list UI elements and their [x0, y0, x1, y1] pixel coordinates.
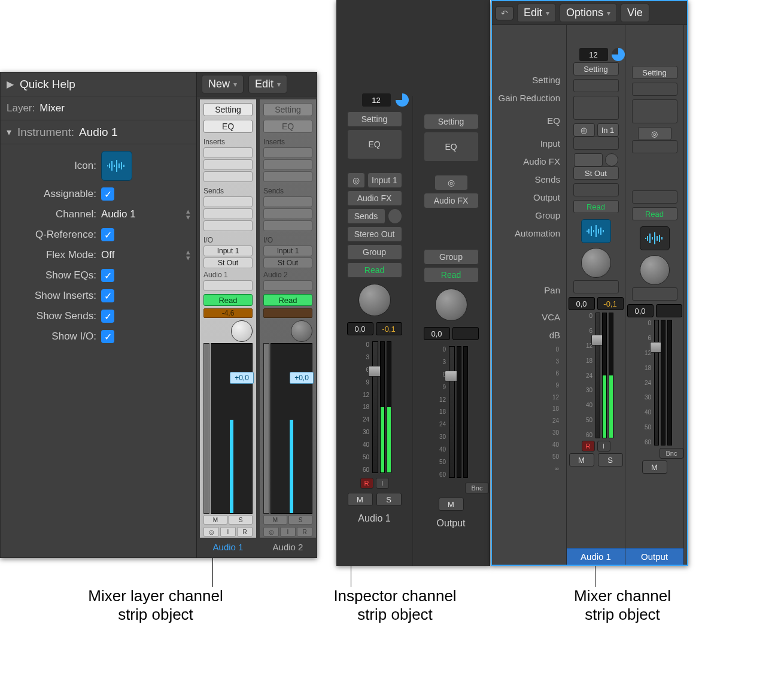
- setting-button[interactable]: Setting: [347, 111, 402, 127]
- setting-button[interactable]: Setting: [263, 103, 312, 116]
- automation-mode[interactable]: Read: [632, 207, 677, 220]
- mute-button[interactable]: M: [439, 498, 464, 511]
- qref-checkbox[interactable]: ✓: [101, 228, 114, 241]
- volume-fader[interactable]: [372, 341, 378, 473]
- db-value[interactable]: 0,0: [347, 322, 373, 335]
- send-slot[interactable]: [203, 196, 253, 207]
- send-slot[interactable]: [574, 153, 603, 166]
- setting-button[interactable]: Setting: [424, 114, 479, 129]
- flex-select[interactable]: Off ▴▾: [101, 249, 190, 261]
- instrument-header[interactable]: ▾ Instrument: Audio 1: [1, 120, 196, 144]
- send-slot[interactable]: [263, 220, 312, 231]
- mute-button[interactable]: M: [569, 453, 594, 466]
- inspector-strip-output[interactable]: Setting EQ ◎ Audio FX Group Read 0,0 036…: [413, 96, 490, 566]
- db-value[interactable]: 0,0: [424, 327, 450, 340]
- send-slot[interactable]: [263, 208, 312, 219]
- sends-button[interactable]: Sends: [347, 208, 385, 224]
- solo-button[interactable]: S: [598, 453, 623, 466]
- channel-select[interactable]: Audio 1 ▴▾: [101, 208, 190, 220]
- audiofx-slot[interactable]: [632, 140, 677, 153]
- output-select[interactable]: Stereo Out: [347, 226, 402, 242]
- mute-button[interactable]: M: [203, 515, 227, 525]
- input-monitor-button[interactable]: I: [280, 527, 296, 537]
- automation-mode[interactable]: Read: [347, 262, 402, 278]
- volume-fader[interactable]: [595, 313, 600, 438]
- mute-button[interactable]: M: [348, 493, 373, 506]
- send-slot[interactable]: [203, 220, 253, 231]
- track-icon[interactable]: [581, 219, 611, 243]
- send-slot[interactable]: [203, 208, 253, 219]
- automation-read[interactable]: Read: [263, 294, 312, 306]
- insert-slot[interactable]: [203, 171, 253, 182]
- audiofx-button[interactable]: Audio FX: [347, 190, 402, 206]
- bounce-button[interactable]: Bnc: [465, 483, 489, 493]
- setting-button[interactable]: Setting: [573, 62, 619, 75]
- group-slot[interactable]: [632, 190, 677, 204]
- insert-slot[interactable]: [263, 159, 312, 170]
- midi-channel-display[interactable]: 12: [579, 48, 608, 61]
- automation-mode[interactable]: Read: [573, 200, 619, 213]
- input-format-button[interactable]: ◎: [434, 175, 468, 190]
- pan-knob[interactable]: [581, 248, 611, 278]
- channel-strip-audio2[interactable]: Setting EQ Inserts Sends I/O Input 1: [259, 99, 317, 557]
- send-slot[interactable]: [263, 196, 312, 207]
- options-menu[interactable]: Options ▾: [560, 4, 617, 22]
- db-value[interactable]: 0,0: [627, 304, 654, 317]
- mixer-strip-audio1[interactable]: 12 Setting ◎ In 1 St Out Read: [567, 25, 625, 565]
- input-monitor-button[interactable]: I: [597, 441, 610, 451]
- strip-name[interactable]: Audio 1: [358, 513, 390, 524]
- stereo-format-button[interactable]: ◎: [203, 527, 219, 537]
- edit-menu[interactable]: Edit ▾: [248, 75, 287, 93]
- eq-button[interactable]: EQ: [347, 129, 402, 159]
- insert-slot[interactable]: [203, 147, 253, 158]
- stereo-format-button[interactable]: ◎: [263, 527, 279, 537]
- input-monitor-button[interactable]: I: [376, 478, 389, 489]
- new-menu[interactable]: New ▾: [202, 75, 244, 93]
- record-enable-button[interactable]: R: [297, 527, 312, 537]
- record-enable-button[interactable]: R: [582, 441, 595, 451]
- output-slot[interactable]: St Out: [263, 257, 312, 268]
- insert-slot[interactable]: [263, 171, 312, 182]
- volume-fader[interactable]: [654, 320, 659, 445]
- show-sends-checkbox[interactable]: ✓: [101, 310, 114, 323]
- automation-read[interactable]: Read: [203, 294, 253, 306]
- audiofx-slot[interactable]: [573, 137, 619, 150]
- volume-fader[interactable]: [263, 343, 269, 514]
- input-format-button[interactable]: ◎: [347, 172, 365, 188]
- mute-button[interactable]: M: [263, 515, 287, 525]
- record-enable-button[interactable]: R: [237, 527, 253, 537]
- vca-slot[interactable]: [632, 287, 677, 301]
- strip-name-tab[interactable]: Audio 1: [567, 548, 625, 565]
- send-knob[interactable]: [605, 153, 618, 166]
- input-slot[interactable]: Input 1: [203, 246, 253, 256]
- output-slot[interactable]: St Out: [203, 257, 253, 268]
- group-slot[interactable]: [573, 183, 619, 196]
- solo-button[interactable]: S: [229, 515, 253, 525]
- group-slot[interactable]: [263, 280, 312, 291]
- output-select[interactable]: St Out: [573, 166, 619, 180]
- inspector-strip-audio1[interactable]: 12 Setting EQ ◎ Input 1 Audio FX Sends S…: [336, 96, 413, 566]
- edit-menu[interactable]: Edit ▾: [517, 4, 556, 22]
- pan-knob[interactable]: [640, 255, 670, 285]
- show-inserts-checkbox[interactable]: ✓: [101, 289, 114, 302]
- eq-button[interactable]: EQ: [203, 120, 253, 133]
- vca-slot[interactable]: [573, 280, 619, 293]
- mixer-strip-output[interactable]: Setting ◎ Read 0,0: [625, 25, 684, 565]
- strip-name[interactable]: Output: [436, 518, 465, 529]
- show-io-checkbox[interactable]: ✓: [101, 330, 114, 343]
- volume-fader[interactable]: [449, 346, 455, 478]
- group-button[interactable]: Group: [424, 249, 479, 265]
- setting-button[interactable]: Setting: [203, 103, 253, 116]
- input-slot[interactable]: Input 1: [263, 246, 312, 256]
- record-enable-button[interactable]: R: [360, 478, 373, 489]
- strip-name[interactable]: Audio 2: [260, 538, 316, 557]
- eq-button[interactable]: EQ: [263, 120, 312, 133]
- setting-button[interactable]: Setting: [632, 66, 677, 79]
- eq-button[interactable]: EQ: [424, 132, 479, 162]
- eq-thumbnail[interactable]: [573, 96, 619, 120]
- bounce-button[interactable]: Bnc: [660, 448, 683, 459]
- input-select[interactable]: In 1: [597, 123, 619, 137]
- insert-slot[interactable]: [203, 159, 253, 170]
- automation-mode[interactable]: Read: [424, 267, 479, 283]
- group-slot[interactable]: [203, 280, 253, 291]
